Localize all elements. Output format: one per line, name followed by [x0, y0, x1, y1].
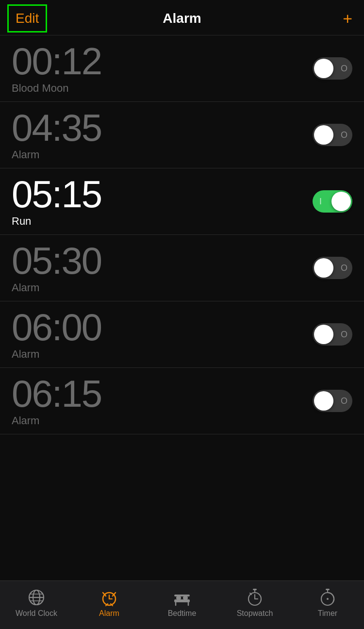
alarm-label-6: Alarm — [12, 414, 101, 427]
alarm-label: Alarm — [99, 609, 119, 618]
alarm-label-1: Blood Moon — [12, 82, 101, 95]
alarm-left-4: 05:30Alarm — [12, 242, 101, 294]
toggle-knob-6 — [314, 391, 333, 411]
alarm-time-6: 06:15 — [12, 375, 101, 413]
svg-point-27 — [327, 598, 329, 600]
alarm-left-5: 06:00Alarm — [12, 308, 101, 361]
svg-rect-12 — [174, 595, 190, 596]
stopwatch-icon — [245, 588, 265, 607]
alarm-item-1[interactable]: 00:12Blood Moon — [0, 35, 364, 102]
alarm-item-6[interactable]: 06:15Alarm — [0, 368, 364, 434]
alarm-left-3: 05:15Run — [12, 175, 101, 228]
toggle-knob-2 — [314, 125, 333, 145]
toggle-knob-3 — [331, 192, 351, 211]
bedtime-label: Bedtime — [168, 609, 197, 618]
alarm-item-4[interactable]: 05:30Alarm — [0, 235, 364, 301]
alarm-item-2[interactable]: 04:35Alarm — [0, 102, 364, 168]
alarm-label-5: Alarm — [12, 348, 101, 361]
timer-icon — [318, 588, 337, 607]
alarm-time-5: 06:00 — [12, 308, 101, 346]
alarm-time-4: 05:30 — [12, 242, 101, 280]
toggle-knob-5 — [314, 325, 333, 344]
svg-rect-13 — [174, 599, 190, 602]
world-clock-label: World Clock — [16, 609, 57, 618]
alarm-list: 00:12Blood Moon04:35Alarm05:15Run05:30Al… — [0, 35, 364, 581]
alarm-toggle-3[interactable] — [313, 190, 352, 213]
bedtime-icon — [172, 588, 192, 607]
world-clock-icon — [27, 588, 46, 607]
alarm-time-3: 05:15 — [12, 175, 101, 213]
toggle-knob-1 — [314, 59, 333, 78]
alarm-icon — [99, 588, 119, 607]
alarm-left-6: 06:15Alarm — [12, 375, 101, 427]
tab-bar: World Clock Alarm — [0, 580, 364, 629]
alarm-item-5[interactable]: 06:00Alarm — [0, 301, 364, 368]
stopwatch-label: Stopwatch — [237, 609, 273, 618]
alarm-toggle-4[interactable] — [313, 257, 352, 279]
alarm-label-2: Alarm — [12, 149, 101, 161]
timer-label: Timer — [318, 609, 337, 618]
alarm-label-3: Run — [12, 215, 101, 228]
tab-bedtime[interactable]: Bedtime — [146, 588, 218, 618]
alarm-label-4: Alarm — [12, 281, 101, 294]
svg-rect-16 — [176, 596, 181, 599]
alarm-toggle-6[interactable] — [313, 390, 352, 412]
alarm-toggle-5[interactable] — [313, 323, 352, 346]
tab-timer[interactable]: Timer — [291, 588, 364, 618]
alarm-toggle-1[interactable] — [313, 57, 352, 80]
toggle-knob-4 — [314, 258, 333, 278]
alarm-item-3[interactable]: 05:15Run — [0, 168, 364, 235]
alarm-time-2: 04:35 — [12, 109, 101, 147]
alarm-left-1: 00:12Blood Moon — [12, 42, 101, 95]
tab-alarm[interactable]: Alarm — [73, 588, 146, 618]
tab-world-clock[interactable]: World Clock — [0, 588, 73, 618]
add-alarm-button[interactable]: + — [343, 10, 352, 27]
alarm-time-1: 00:12 — [12, 42, 101, 80]
edit-button[interactable]: Edit — [12, 9, 43, 28]
page-title: Alarm — [163, 11, 201, 26]
header: Edit Alarm + — [0, 0, 364, 35]
tab-stopwatch[interactable]: Stopwatch — [218, 588, 291, 618]
alarm-left-2: 04:35Alarm — [12, 109, 101, 161]
alarm-toggle-2[interactable] — [313, 124, 352, 146]
svg-rect-17 — [183, 596, 188, 599]
